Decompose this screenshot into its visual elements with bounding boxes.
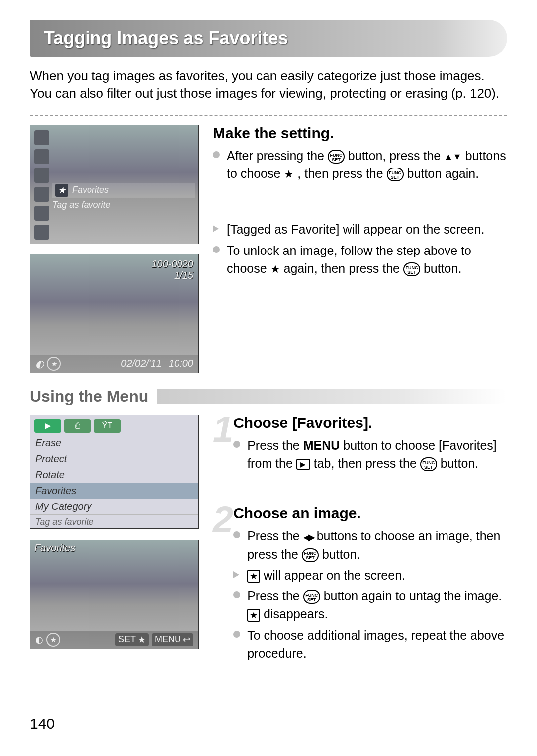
screenshot-side-icons [34, 130, 49, 240]
step3-bullet1: Press the buttons to choose an image, th… [233, 527, 507, 563]
menu-hint: Tag as favorite [30, 514, 198, 529]
left-right-arrow-icon [303, 531, 313, 544]
step-heading-choose-favorites: Choose [Favorites]. [233, 415, 507, 431]
menu-label: MENU [155, 634, 181, 645]
section-stripe [157, 389, 507, 404]
menu-item-erase: Erase [30, 435, 198, 451]
camera-screenshot-favorites-menu: ★ Favorites Tag as favorite [30, 125, 199, 244]
section-choose-favorites: ▶ ⎙ ŸT Erase Protect Rotate Favorites My… [30, 415, 507, 665]
step3-bullet4: To choose additional images, repeat the … [233, 626, 507, 663]
step-number-1: 1 [213, 415, 233, 444]
camera-screenshot-favorites-grid: Favorites ◐ ★ SET ★ MENU ↩ [30, 540, 199, 649]
menu-item-my-category: My Category [30, 499, 198, 514]
func-set-icon: FUNCSET [403, 262, 420, 276]
func-set-icon: FUNCSET [302, 548, 319, 562]
sound-icon: ◐ [35, 634, 43, 645]
fav-circle-icon: ★ [47, 357, 61, 371]
screenshot-date: 02/02/'11 [121, 358, 162, 369]
intro-text: When you tag images as favorites, you ca… [30, 67, 507, 103]
star-icon [270, 261, 280, 277]
fav-circle-icon: ★ [46, 633, 60, 647]
divider [30, 115, 507, 116]
up-arrow-icon [444, 150, 453, 163]
return-icon: ↩ [183, 634, 190, 645]
menu-item-favorites: Favorites [30, 483, 198, 499]
menu-button-label: MENU [303, 438, 340, 452]
step-heading-choose-image: Choose an image. [233, 505, 507, 522]
screenshot-time: 10:00 [169, 358, 193, 369]
func-set-icon: FUNCSET [387, 168, 404, 181]
func-set-icon: FUNCSET [420, 457, 437, 471]
set-label: SET [118, 634, 136, 645]
step2-bullet1: Press the MENU button to choose [Favorit… [233, 436, 507, 473]
star-icon [284, 167, 294, 182]
footer-rule [30, 711, 507, 711]
step1-bullet2: [Tagged as Favorite] will appear on the … [213, 220, 507, 238]
star-icon: ★ [55, 184, 68, 197]
menu-item-protect: Protect [30, 451, 198, 467]
using-menu-heading: Using the Menu [30, 387, 148, 406]
screenshot4-label: Favorites [34, 542, 75, 553]
step3-bullet2: ★ will appear on the screen. [233, 566, 507, 584]
star-box-icon: ★ [247, 609, 260, 622]
screenshot-image-number: 100-0020 [151, 258, 193, 270]
page-title: Tagging Images as Favorites [44, 28, 493, 49]
page-number: 140 [30, 715, 55, 732]
camera-screenshot-menu-list: ▶ ⎙ ŸT Erase Protect Rotate Favorites My… [30, 415, 199, 529]
func-set-icon: FUNCSET [328, 150, 345, 164]
tools-tab-icon: ŸT [94, 419, 121, 433]
camera-screenshot-tagged-image: 100-0020 1/15 ◐ ★ 02/02/'11 10:00 [30, 254, 199, 373]
step3-bullet3: Press the FUNCSET button again to untag … [233, 587, 507, 623]
func-set-icon: FUNCSET [303, 590, 320, 604]
star-icon: ★ [138, 634, 146, 645]
play-tab-icon: ▶ [34, 419, 61, 433]
step-heading-make-setting: Make the setting. [213, 125, 507, 142]
section-make-setting: ★ Favorites Tag as favorite 100-0020 1/1… [30, 125, 507, 373]
print-tab-icon: ⎙ [64, 419, 91, 433]
page-title-bar: Tagging Images as Favorites [30, 20, 507, 57]
step1-bullet1: After pressing the FUNCSET button, press… [213, 147, 507, 183]
menu-item-rotate: Rotate [30, 467, 198, 483]
section-header-using-menu: Using the Menu [30, 387, 507, 406]
down-arrow-icon [453, 150, 462, 163]
screenshot-favorites-row: ★ Favorites [52, 183, 195, 198]
screenshot-favorites-label: Favorites [72, 185, 109, 195]
star-box-icon: ★ [247, 570, 260, 583]
sound-icon: ◐ [35, 358, 44, 370]
play-tab-icon: ▶ [296, 459, 310, 470]
screenshot-tag-label: Tag as favorite [52, 200, 110, 210]
step-number-2: 2 [213, 505, 233, 534]
screenshot-image-count: 1/15 [151, 270, 193, 281]
step1-bullet3: To unlock an image, follow the step abov… [213, 242, 507, 278]
